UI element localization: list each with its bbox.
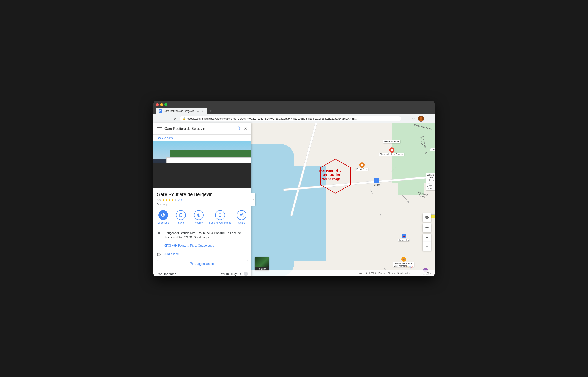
search-header: Gare Routière de Bergevin ✕ <box>153 123 251 135</box>
url-bar[interactable]: 🔒 google.com/maps/place/Gare+Routière+de… <box>180 116 401 121</box>
place-photo[interactable] <box>153 141 251 188</box>
star-2: ★ <box>165 199 168 202</box>
label-icon <box>157 252 161 256</box>
star-5: ★ <box>174 199 177 202</box>
map-background: Boulevard Chanzy Rue Hector Louis Dessou… <box>251 123 435 276</box>
satellite-preview <box>255 257 269 267</box>
save-button[interactable]: Save <box>174 210 188 225</box>
tab-close-button[interactable]: × <box>201 109 204 113</box>
map-controls: + − <box>423 213 431 251</box>
svg-point-24 <box>159 247 159 247</box>
reload-button[interactable]: ↻ <box>172 116 177 121</box>
svg-point-8 <box>198 214 199 215</box>
suggest-edit-button[interactable]: Suggest an edit <box>157 260 248 267</box>
nearby-icon <box>194 210 204 220</box>
menu-hamburger-icon[interactable] <box>157 126 162 131</box>
zoom-controls: + − <box>423 234 431 251</box>
title-bar: M Gare Routière de Bergevin - Go... × + <box>153 101 435 115</box>
address-bar: ← → ↻ 🔒 google.com/maps/place/Gare+Routi… <box>153 115 435 123</box>
search-input[interactable]: Gare Routière de Bergevin <box>164 127 234 131</box>
google-logo: Google <box>401 265 413 269</box>
svg-point-19 <box>160 245 160 245</box>
add-label-row[interactable]: Add a label <box>153 250 251 259</box>
review-count[interactable]: (12) <box>178 199 183 202</box>
photo-trees <box>170 150 251 158</box>
lock-icon: 🔒 <box>183 117 186 120</box>
terms-text[interactable]: Terms <box>388 272 395 274</box>
satellite-button[interactable]: Satellite <box>255 257 269 271</box>
svg-point-38 <box>426 227 427 228</box>
hamburger-line-2 <box>157 129 162 129</box>
edit-icon <box>189 262 193 266</box>
maximize-traffic-light[interactable] <box>164 103 167 106</box>
sidebar-panel: Gare Routière de Bergevin ✕ Back to edit… <box>153 123 251 276</box>
map-area[interactable]: Boulevard Chanzy Rue Hector Louis Dessou… <box>251 123 435 276</box>
svg-point-22 <box>160 246 160 246</box>
active-tab[interactable]: M Gare Routière de Bergevin - Go... × <box>156 108 207 115</box>
zoom-in-button[interactable]: + <box>423 234 431 242</box>
svg-point-25 <box>160 247 160 247</box>
place-name: Gare Routière de Bergevin <box>157 192 248 197</box>
svg-point-14 <box>242 216 243 217</box>
bookmark-icon[interactable]: ☆ <box>411 116 416 121</box>
help-icon[interactable]: ? <box>244 272 248 276</box>
svg-point-13 <box>240 214 241 215</box>
svg-text:M: M <box>159 110 161 112</box>
location-button[interactable] <box>423 224 431 232</box>
svg-point-9 <box>197 214 200 216</box>
save-icon <box>176 210 186 220</box>
forward-button[interactable]: → <box>164 116 170 121</box>
directions-button[interactable]: Directions <box>156 210 171 225</box>
pharmacie-marker[interactable]: Pharmacie de la Gabarre <box>379 147 404 156</box>
star-1: ★ <box>162 199 165 202</box>
new-tab-button[interactable]: + <box>208 108 213 114</box>
user-avatar[interactable] <box>418 116 424 122</box>
cast-icon[interactable]: ⊞ <box>403 116 409 121</box>
close-search-button[interactable]: ✕ <box>243 126 248 132</box>
maps-favicon-icon: M <box>159 109 162 113</box>
day-selector[interactable]: Wednesdays ▼ <box>221 272 242 275</box>
url-text: google.com/maps/place/Gare+Routière+de+B… <box>188 117 398 120</box>
globe-view-button[interactable] <box>423 213 431 222</box>
main-content: Gare Routière de Bergevin ✕ Back to edit… <box>153 123 435 276</box>
search-icon[interactable] <box>236 126 240 131</box>
caninformatique-marker[interactable]: 🔧 Caninformatique <box>430 143 435 151</box>
scale-bar: 50 m <box>415 272 432 274</box>
menu-icon[interactable]: ⋮ <box>426 116 431 121</box>
address-actions: ⊞ ☆ ⋮ <box>403 116 431 122</box>
avatar-image <box>418 116 424 122</box>
chevron-down-icon: ▼ <box>239 272 242 275</box>
sidebar-collapse-button[interactable]: ‹ <box>251 193 255 206</box>
gformvente-marker[interactable]: GFORMVENTE <box>384 140 400 143</box>
parking-marker[interactable]: P Parking <box>373 178 380 186</box>
directions-icon <box>158 210 168 220</box>
star-4: ★ <box>171 199 174 202</box>
minimize-traffic-light[interactable] <box>160 103 163 106</box>
bus-terminal-annotation: Bus Terminal ishere - see thesatellite i… <box>316 169 344 181</box>
boulevard-chanzy-label-2: Boulevard Chanzy <box>417 191 435 200</box>
kamit-pizza-marker[interactable]: Kamit Pizza <box>356 162 368 171</box>
svg-line-15 <box>241 215 242 216</box>
arrow-2: ➤ <box>378 212 383 216</box>
close-traffic-light[interactable] <box>156 103 159 106</box>
zoom-out-button[interactable]: − <box>423 242 431 251</box>
send-to-phone-label: Send to your phone <box>209 221 231 225</box>
arrow-1: ➤ <box>406 199 411 204</box>
send-feedback-text[interactable]: Send feedback <box>397 272 413 274</box>
browser-window: M Gare Routière de Bergevin - Go... × + … <box>153 101 435 276</box>
send-to-phone-button[interactable]: Send to your phone <box>209 210 231 225</box>
place-info: Gare Routière de Bergevin 3.5 ★ ★ ★ ★ ★ … <box>153 188 251 208</box>
svg-line-34 <box>402 195 406 200</box>
nearby-button[interactable]: Nearby <box>191 210 206 225</box>
map-footer: Map data ©2020 France Terms Send feedbac… <box>251 270 435 276</box>
address-text: Peugeot et Station Total, Route de la Ga… <box>164 231 248 239</box>
france-text[interactable]: France <box>378 272 386 274</box>
back-to-edits-link[interactable]: Back to edits <box>153 135 251 141</box>
back-button[interactable]: ← <box>157 116 162 121</box>
share-button[interactable]: Share <box>234 210 249 225</box>
svg-point-17 <box>158 245 158 245</box>
tropic-car-marker[interactable]: 🚗 Tropic Car <box>398 234 410 241</box>
plus-code-text[interactable]: 6FX6+9H Pointe-a-Pitre, Guadeloupe <box>164 244 248 248</box>
location-voiture-label[interactable]: Location voiture pointe a pitre GWA DOM <box>426 173 435 190</box>
plus-code-row: 6FX6+9H Pointe-a-Pitre, Guadeloupe <box>153 241 251 250</box>
